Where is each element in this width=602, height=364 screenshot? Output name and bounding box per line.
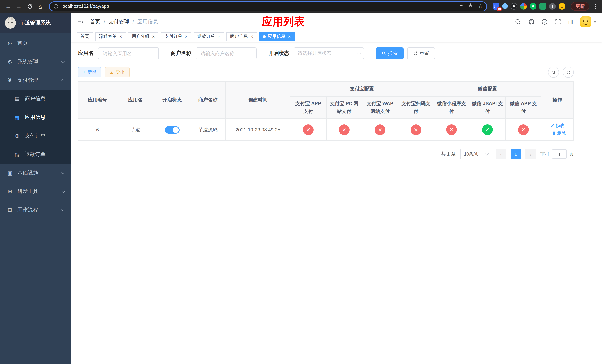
- wechat-extension-icon[interactable]: [530, 3, 537, 10]
- tab-label: 流程表单: [99, 33, 117, 40]
- browser-toolbar: ← → ⌂ localhost:1024/pay/app ☆ ⋮⋮ 10: [0, 0, 602, 13]
- breadcrumb-payment[interactable]: 支付管理: [108, 19, 129, 25]
- navbar-actions: ? TT: [515, 16, 596, 27]
- address-bar[interactable]: localhost:1024/pay/app ☆: [49, 1, 487, 11]
- cell-status: [154, 119, 190, 141]
- site-info-icon[interactable]: [53, 4, 58, 9]
- url-text: localhost:1024/pay/app: [62, 4, 455, 9]
- forward-icon[interactable]: →: [14, 2, 23, 11]
- tab-refund-order[interactable]: 退款订单 ×: [194, 32, 224, 41]
- gear-icon: ⚙: [7, 58, 13, 65]
- tab-label: 商户信息: [230, 33, 248, 40]
- next-page-button[interactable]: ›: [525, 149, 536, 160]
- help-icon[interactable]: ?: [541, 18, 548, 25]
- add-button[interactable]: + 新增: [78, 67, 101, 77]
- prev-page-button[interactable]: ‹: [496, 149, 506, 160]
- export-button[interactable]: 导出: [105, 67, 129, 77]
- cell-app-id: 6: [78, 119, 117, 141]
- sidebar-item-devtools[interactable]: ⊞ 研发工具: [0, 182, 71, 201]
- status-select[interactable]: 请选择开启状态: [294, 47, 364, 59]
- sidebar-item-refund-order[interactable]: ▨ 退款订单: [0, 145, 71, 164]
- reload-icon[interactable]: [25, 2, 34, 11]
- refresh-table-icon[interactable]: [563, 67, 574, 78]
- search-icon[interactable]: [515, 18, 521, 25]
- user-menu[interactable]: [580, 16, 596, 27]
- status-cross-icon: ✕: [375, 124, 386, 135]
- col-alipay-pc: 支付宝 PC 网站支付: [326, 96, 362, 119]
- collapse-sidebar-icon[interactable]: [76, 18, 85, 26]
- close-icon[interactable]: ×: [288, 34, 291, 39]
- caret-down-icon: [593, 21, 596, 23]
- close-icon[interactable]: ×: [152, 34, 155, 39]
- font-size-icon[interactable]: TT: [568, 19, 574, 25]
- sidebar-item-merchant-info[interactable]: ▤ 商户信息: [0, 90, 71, 108]
- search-button[interactable]: 搜索: [376, 47, 404, 59]
- sidebar-item-home[interactable]: ⊙ 首页: [0, 34, 71, 53]
- screen: ← → ⌂ localhost:1024/pay/app ☆ ⋮⋮ 10: [0, 0, 602, 364]
- breadcrumb-home[interactable]: 首页: [90, 19, 100, 25]
- tab-process-form[interactable]: 流程表单 ×: [95, 32, 126, 41]
- top-navbar: 首页 / 支付管理 / 应用信息 应用列表 ?: [71, 13, 602, 31]
- share-icon[interactable]: [468, 3, 473, 10]
- goto-prefix: 前往: [540, 151, 550, 158]
- home-icon[interactable]: ⌂: [36, 2, 45, 11]
- sidebar-item-system[interactable]: ⚙ 系统管理: [0, 53, 71, 71]
- sidebar-item-label: 首页: [17, 40, 28, 47]
- extension-grid-icon[interactable]: ⋮⋮ 10: [493, 3, 499, 10]
- github-icon[interactable]: [528, 18, 535, 25]
- edit-button[interactable]: 修改: [550, 122, 564, 129]
- merchant-name-input[interactable]: [196, 47, 257, 59]
- fullscreen-icon[interactable]: [554, 18, 561, 25]
- tab-home[interactable]: 首页: [77, 32, 93, 41]
- svg-text:?: ?: [544, 20, 546, 23]
- sidebar-item-label: 退款订单: [25, 151, 45, 158]
- tab-user-group[interactable]: 用户分组 ×: [128, 32, 159, 41]
- sidebar-item-pay-order[interactable]: ⊕ 支付订单: [0, 127, 71, 145]
- sidebar-item-app-info[interactable]: ▦ 应用信息: [0, 108, 71, 127]
- delete-button[interactable]: 删除: [552, 130, 566, 137]
- app-logo[interactable]: 芋道管理系统: [0, 13, 71, 33]
- status-select-placeholder: 请选择开启状态: [298, 50, 331, 57]
- reset-button[interactable]: 重置: [407, 47, 435, 59]
- row-status-toggle[interactable]: [165, 126, 179, 133]
- extension-dark-icon[interactable]: [511, 3, 517, 10]
- close-icon[interactable]: ×: [250, 34, 253, 39]
- status-cross-icon: ✕: [518, 124, 529, 135]
- app-name-label: 应用名: [78, 50, 94, 57]
- tab-app-info[interactable]: 应用信息 ×: [259, 32, 294, 41]
- goto-page-input[interactable]: [552, 150, 567, 159]
- col-status: 开启状态: [154, 82, 190, 119]
- extension-color-icon[interactable]: [520, 3, 527, 10]
- grid-icon: ▦: [14, 114, 20, 121]
- password-key-icon[interactable]: [458, 3, 463, 10]
- sidebar-item-label: 支付管理: [17, 77, 38, 84]
- notes-extension-icon[interactable]: [539, 3, 546, 10]
- sidebar-item-infrastructure[interactable]: ▣ 基础设施: [0, 164, 71, 182]
- chrome-update-button[interactable]: 更新: [571, 2, 589, 11]
- pin-extension-icon[interactable]: [549, 3, 556, 10]
- browser-menu-icon[interactable]: ⋮: [593, 3, 598, 10]
- app-name-input[interactable]: [98, 47, 159, 59]
- close-icon[interactable]: ×: [218, 34, 220, 39]
- col-app-name: 应用名: [117, 82, 154, 119]
- sidebar-item-workflow[interactable]: ⊟ 工作流程: [0, 201, 71, 219]
- sidebar-item-payment[interactable]: ¥ 支付管理: [0, 71, 71, 90]
- profile-avatar-icon[interactable]: [559, 3, 565, 10]
- page-number-button[interactable]: 1: [511, 149, 521, 160]
- show-search-toggle-icon[interactable]: [548, 67, 559, 78]
- page-content: 应用名 商户名称 开启状态 请选择开启状态: [71, 42, 602, 364]
- close-icon[interactable]: ×: [119, 34, 122, 39]
- breadcrumb-current: 应用信息: [137, 19, 158, 25]
- export-button-label: 导出: [116, 69, 125, 75]
- col-app-id: 应用编号: [78, 82, 117, 119]
- chevron-down-icon: [485, 152, 489, 156]
- col-wx-jsapi: 微信 JSAPI 支付: [469, 96, 505, 119]
- close-icon[interactable]: ×: [185, 34, 188, 39]
- tab-pay-order[interactable]: 支付订单 ×: [161, 32, 191, 41]
- order-icon: ⊕: [14, 133, 20, 139]
- extension-diamond-icon[interactable]: [501, 3, 509, 10]
- back-icon[interactable]: ←: [4, 2, 13, 11]
- bookmark-star-icon[interactable]: ☆: [478, 4, 483, 9]
- tab-merchant-info[interactable]: 商户信息 ×: [226, 32, 257, 41]
- page-size-select[interactable]: 10条/页: [460, 149, 491, 160]
